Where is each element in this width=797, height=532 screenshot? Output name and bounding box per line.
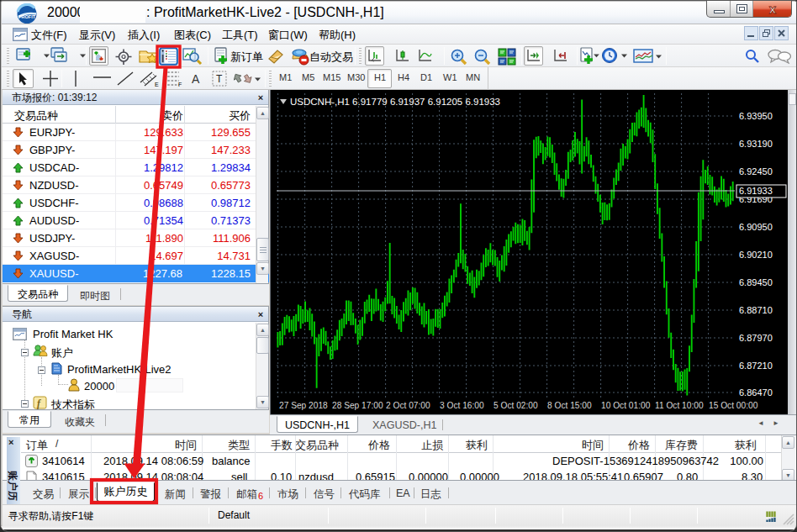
svg-text:6.92450: 6.92450 [739,166,773,176]
svg-text:6.90210: 6.90210 [739,250,773,260]
svg-text:3 Oct 16:00: 3 Oct 16:00 [440,401,484,410]
svg-text:x: x [769,3,777,16]
svg-text:5 Oct 02:00: 5 Oct 02:00 [494,401,538,410]
svg-text:27 Sep 2018: 27 Sep 2018 [279,401,328,410]
svg-text:6.90950: 6.90950 [739,222,773,232]
svg-text:6.91933: 6.91933 [739,186,773,196]
svg-text:10 Oct 01:00: 10 Oct 01:00 [601,401,651,410]
svg-text:6.88710: 6.88710 [739,305,773,315]
svg-text:2 Oct 07:00: 2 Oct 07:00 [386,401,430,410]
svg-text:6.87970: 6.87970 [739,333,773,343]
svg-text:6.93950: 6.93950 [739,111,773,121]
svg-text:11 Oct 10:00: 11 Oct 10:00 [655,401,704,410]
svg-text:15 Oct 00:00: 15 Oct 00:00 [709,401,758,410]
svg-text:8 Oct 15:00: 8 Oct 15:00 [547,401,592,410]
svg-text:T: T [216,73,223,85]
svg-text:6.87210: 6.87210 [739,361,773,371]
svg-text:F: F [178,82,182,87]
svg-text:28 Sep 17:00: 28 Sep 17:00 [332,401,383,410]
svg-text:6.89450: 6.89450 [739,277,773,287]
svg-text:6.86470: 6.86470 [739,387,773,398]
svg-text:E: E [155,82,159,87]
svg-text:USDCNH-,H1 6.91779 6.91937 6.: USDCNH-,H1 6.91779 6.91937 6.91205 6.919… [290,97,500,107]
svg-text:PROFIT: PROFIT [18,14,36,19]
svg-text:6.93190: 6.93190 [739,139,773,149]
